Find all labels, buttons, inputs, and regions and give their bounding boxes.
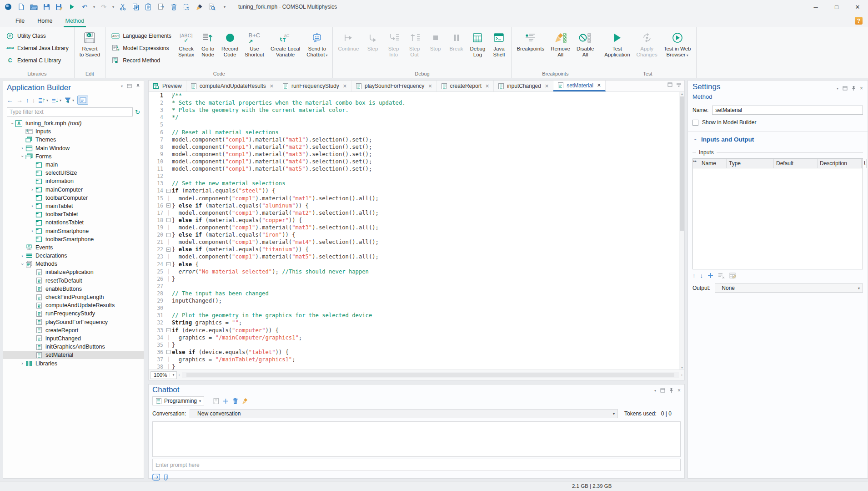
add-conversation-icon[interactable] [223, 398, 229, 404]
maximize-button[interactable]: □ [826, 0, 847, 14]
cut-button[interactable] [117, 1, 128, 12]
close-panel-icon[interactable]: × [677, 387, 681, 394]
expand-all-button[interactable]: ▾ [38, 97, 48, 103]
new-file-button[interactable] [15, 1, 26, 12]
editor-tab-playsoundforfrequency[interactable]: playSoundForFrequency✕ [351, 81, 437, 91]
inputs-and-output-section[interactable]: › Inputs and Output [692, 136, 863, 143]
close-tab-icon[interactable]: ✕ [270, 83, 274, 89]
conversation-select[interactable]: New conversation▾ [190, 409, 618, 418]
disable-all-button[interactable]: DisableAll [573, 28, 597, 58]
app-button[interactable] [3, 1, 14, 12]
editor-zoom-select[interactable]: 100% ▾ [151, 371, 177, 379]
tree-item-toolbarsmartphone[interactable]: toolbarSmartphone [3, 235, 144, 243]
tree-item-inputchanged[interactable]: inputChanged [3, 334, 144, 343]
delete-input-icon[interactable] [718, 273, 725, 278]
delete-conversation-icon[interactable] [232, 398, 238, 405]
move-up-icon[interactable]: ↑ [692, 272, 696, 279]
edit-table-icon[interactable] [729, 273, 736, 279]
dropdown-icon[interactable]: ▾ [92, 5, 96, 9]
chatbot-mode-select[interactable]: Programming ▾ [152, 396, 204, 405]
collapse-all-button[interactable]: ▾ [51, 97, 61, 103]
fold-toggle-icon[interactable]: − [165, 261, 172, 268]
tree-item-themes[interactable]: Themes [3, 136, 144, 144]
tree-item-toolbartablet[interactable]: toolbarTablet [3, 210, 144, 218]
editor-tab-computeandupdateresults[interactable]: computeAndUpdateResults✕ [186, 81, 278, 91]
paste-button[interactable] [143, 1, 154, 12]
select-block-button[interactable] [181, 1, 192, 12]
breakpoints-button[interactable]: Breakpoints [513, 28, 547, 58]
column-header-type[interactable]: Type [727, 159, 774, 168]
show-in-model-builder-checkbox[interactable] [692, 120, 698, 126]
save-as-button[interactable] [54, 1, 65, 12]
editor-tab-preview[interactable]: Preview [149, 81, 186, 91]
editor-tab-runfrequencystudy[interactable]: runFrequencyStudy✕ [278, 81, 351, 91]
tree-item-initializeapplication[interactable]: initializeApplication [3, 268, 144, 276]
undo-button[interactable]: ↶ [79, 1, 90, 12]
c-library-button[interactable]: CExternal C Library [2, 54, 72, 66]
tree-item-initgraphicsandbuttons[interactable]: initGraphicsAndButtons [3, 343, 144, 351]
tree-expander-icon[interactable]: › [30, 228, 35, 233]
ribbon-tab-home[interactable]: Home [31, 16, 59, 27]
tree-item-toolbarcomputer[interactable]: toolbarComputer [3, 194, 144, 202]
tree-item-libraries[interactable]: ›Libraries [3, 359, 144, 367]
tree-item-information[interactable]: information [3, 177, 144, 185]
zoom-dropdown-icon[interactable]: ▾ [170, 373, 176, 377]
editor-tab-setmaterial[interactable]: setMaterial✕ [553, 81, 606, 91]
editor-tab-menu-icon[interactable] [676, 82, 682, 87]
test-in-web-browser-button[interactable]: Test in WebBrowser▾ [661, 28, 694, 58]
close-tab-icon[interactable]: ✕ [428, 83, 432, 89]
pin-panel-icon[interactable] [852, 86, 856, 91]
pin-panel-icon[interactable] [136, 83, 140, 89]
prompt-input[interactable]: Enter prompt here [152, 459, 681, 471]
delete-button[interactable] [168, 1, 179, 12]
tree-item-resettodefault[interactable]: resetToDefault [3, 277, 144, 285]
tree-item-events[interactable]: Events [3, 243, 144, 252]
open-file-button[interactable] [28, 1, 39, 12]
java-library-button[interactable]: JavaExternal Java Library [2, 42, 72, 54]
minimize-button[interactable]: ─ [805, 0, 826, 14]
model-builder-toggle-button[interactable] [77, 96, 88, 105]
move-down-button[interactable]: ↓ [32, 97, 35, 104]
inputs-table[interactable]: ▸▸NameTypeDefaultDescriptionUnit [692, 158, 863, 269]
panel-menu-icon[interactable]: ▾ [654, 389, 656, 393]
debug-log-button[interactable]: DebugLog [467, 28, 489, 58]
column-header-unit[interactable]: Unit [862, 159, 867, 168]
output-select[interactable]: None▾ [715, 283, 863, 293]
go-to-node-button[interactable]: Go toNode [197, 28, 218, 58]
nav-forward-button[interactable]: → [16, 96, 23, 104]
tree-item-computeandupdateresults[interactable]: computeAndUpdateResults [3, 301, 144, 309]
fold-toggle-icon[interactable]: − [165, 231, 172, 238]
tree-item-main-window[interactable]: ›Main Window [3, 144, 144, 152]
pin-panel-icon[interactable] [669, 388, 673, 393]
insert-to-method-icon[interactable] [212, 398, 219, 405]
close-panel-icon[interactable]: × [860, 85, 863, 91]
tree-item-maincomputer[interactable]: ›mainComputer [3, 186, 144, 194]
send-to-chatbot-button[interactable]: Send toChatbot▾ [303, 28, 331, 58]
float-panel-icon[interactable] [660, 388, 665, 393]
duplicate-button[interactable] [156, 1, 166, 12]
close-tab-icon[interactable]: ✕ [485, 83, 489, 89]
use-shortcut-button[interactable]: B+C↗UseShortcut [241, 28, 267, 58]
fold-toggle-icon[interactable]: − [165, 217, 172, 224]
tree-item-runfrequencystudy[interactable]: runFrequencyStudy [3, 309, 144, 318]
remove-all-button[interactable]: RemoveAll [547, 28, 573, 58]
tree-expander-icon[interactable]: › [20, 261, 25, 267]
editor-vertical-scrollbar[interactable]: ▲ ▼ [679, 92, 684, 370]
fold-toggle-icon[interactable]: − [165, 349, 172, 356]
float-panel-icon[interactable] [127, 84, 132, 88]
send-prompt-icon[interactable] [152, 474, 160, 481]
move-up-button[interactable]: ↑ [26, 97, 29, 104]
utility-class-button[interactable]: Utility Class [2, 30, 72, 42]
tree-item-main[interactable]: main [3, 161, 144, 169]
column-header-default[interactable]: Default [774, 159, 818, 168]
dropdown-icon[interactable]: ▾ [111, 5, 115, 9]
java-shell-button[interactable]: JavaShell [488, 28, 509, 58]
close-button[interactable]: ✕ [847, 0, 868, 14]
conversation-history[interactable] [152, 421, 681, 457]
copy-button[interactable] [130, 1, 141, 12]
redo-button[interactable]: ↷ [98, 1, 109, 12]
tree-item-checkfindpronglength[interactable]: checkFindProngLength [3, 293, 144, 301]
tree-filter-input[interactable]: Type filter text [7, 107, 133, 116]
fold-toggle-icon[interactable]: − [165, 187, 172, 194]
tree-item-forms[interactable]: ›Forms [3, 152, 144, 161]
